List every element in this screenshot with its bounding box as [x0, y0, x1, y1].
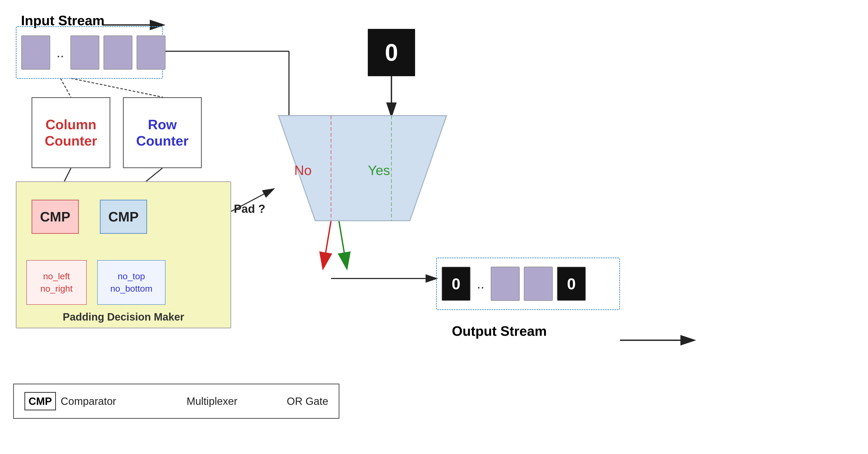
output-zero-left: 0 [442, 267, 470, 301]
params-left-box: no_left no_right [26, 260, 87, 305]
input-stream-label: Input Stream [21, 12, 104, 28]
no-label: No [294, 162, 312, 178]
output-zero-left-val: 0 [452, 275, 460, 293]
legend-or-desc: OR Gate [287, 395, 329, 407]
zero-box-top: 0 [368, 29, 415, 76]
legend-box: CMP Comparator Multiplexer OR Gate [13, 384, 339, 419]
cmp-right-label: CMP [108, 209, 139, 224]
output-stream-box-1 [491, 267, 520, 301]
stream-dots: .. [57, 45, 64, 60]
params-right-box: no_top no_bottom [97, 260, 165, 305]
stream-box-4 [136, 35, 165, 70]
legend-cmp-text: CMP [29, 395, 52, 407]
pdm-label: Padding Decision Maker [63, 311, 184, 323]
output-zero-right: 0 [557, 267, 586, 301]
cmp-left-box: CMP [32, 200, 79, 234]
legend-or-shape [251, 391, 282, 412]
legend-or-item: OR Gate [251, 391, 329, 412]
output-stream-box-2 [524, 267, 553, 301]
param-no-bottom: no_bottom [110, 283, 153, 294]
input-stream-container: .. [16, 26, 163, 79]
svg-line-6 [71, 78, 163, 97]
row-counter-box: RowCounter [123, 97, 202, 168]
legend-mux-shape [129, 391, 182, 412]
cmp-left-label: CMP [40, 209, 70, 224]
stream-box-1 [21, 35, 50, 70]
output-stream-container: 0 .. 0 [436, 258, 620, 310]
param-no-top: no_top [118, 271, 145, 281]
row-counter-label: RowCounter [136, 116, 188, 149]
output-stream-label: Output Stream [452, 323, 547, 339]
legend-cmp-item: CMP Comparator [25, 392, 116, 411]
stream-box-3 [103, 35, 132, 70]
stream-box-2 [70, 35, 99, 70]
column-counter-box: ColumnCounter [32, 97, 110, 168]
legend-mux-item: Multiplexer [129, 391, 237, 412]
svg-line-5 [60, 78, 71, 97]
column-counter-label: ColumnCounter [45, 116, 97, 149]
legend-mux-desc: Multiplexer [187, 395, 237, 407]
cmp-right-box: CMP [100, 200, 147, 234]
svg-line-16 [339, 221, 347, 268]
yes-label: Yes [368, 162, 390, 178]
param-no-right: no_right [40, 283, 73, 294]
output-zero-right-val: 0 [567, 275, 576, 293]
pad-question-label: Pad ? [234, 202, 265, 215]
legend-cmp-box: CMP [25, 392, 56, 411]
output-dots: .. [477, 276, 485, 292]
legend-cmp-desc: Comparator [61, 395, 116, 407]
param-no-left: no_left [43, 271, 70, 281]
zero-value-top: 0 [385, 39, 398, 66]
svg-line-15 [323, 221, 331, 268]
